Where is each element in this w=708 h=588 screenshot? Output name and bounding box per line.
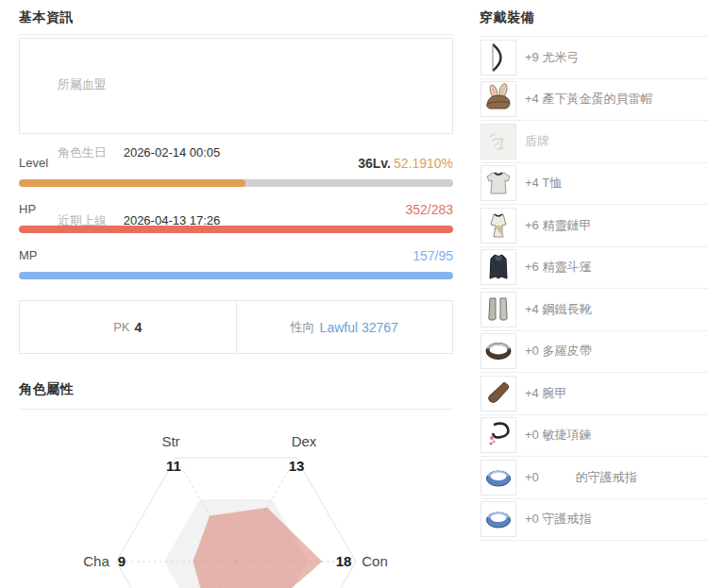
equipment-item-label: +6 精靈斗篷 [525,259,591,276]
equipment-item-label: +9 尤米弓 [525,49,579,66]
level-label: Level [19,156,48,170]
mp-value: 157/95 [413,248,453,263]
empty-shield-icon [480,124,516,160]
equipment-row-belt[interactable]: +0 多羅皮帶 [480,331,708,374]
radar-axis-str: Str [161,433,179,449]
equipment-row-tshirt[interactable]: +4 T恤 [480,163,708,206]
equipment-item-label: +0 多羅皮帶 [525,343,591,360]
equipment-row-shield-empty[interactable]: 盾牌 [480,121,708,163]
mp-bar-fill [19,272,453,279]
basic-info-title: 基本資訊 [19,9,74,26]
pk-value: 4 [135,320,143,335]
equipment-row-glove[interactable]: +4 腕甲 [480,373,708,415]
equipment-row-bow[interactable]: +9 尤米弓 [480,37,708,79]
equipment-row-guard-ring[interactable]: +0 守護戒指 [480,499,708,542]
clan-row: 所屬血盟 [37,51,452,119]
last-online-row: 近期上線2026-04-13 17:26 [37,187,452,255]
radar-value-con: 18 [336,553,352,569]
divider [19,34,453,35]
hp-label: HP [19,202,36,216]
radar-axis-dex: Dex [292,433,317,449]
pk-label: PK [113,320,129,334]
equipment-item-label: +4 鋼鐵長靴 [525,301,591,318]
level-bar [19,179,453,187]
ring-icon [480,501,516,537]
equipment-item-label: 盾牌 [525,133,549,150]
beret-icon [480,81,516,117]
radar-axis-cha: Cha [83,553,110,569]
level-value: 36Lv.52.1910% [358,156,453,171]
basic-info-panel: 基本資訊 所屬血盟 角色生日2026-02-14 00:05 近期上線2026-… [19,0,453,588]
divider [19,409,453,410]
equipment-row-boots[interactable]: +4 鋼鐵長靴 [480,289,708,331]
bow-icon [480,40,516,76]
equipment-row-guard-ring-named[interactable]: +0 的守護戒指 [480,457,708,499]
alignment-cell: 性向 Lawful 32767 [236,301,453,353]
equipment-item-label: +0 敏捷項鍊 [525,427,591,444]
chainmail-icon [480,208,516,244]
radar-value-cha: 9 [118,553,126,569]
radar-value-str: 11 [166,458,181,474]
necklace-icon [480,417,516,453]
radar-value-dex: 13 [289,458,305,474]
character-info-box: 所屬血盟 角色生日2026-02-14 00:05 近期上線2026-04-13… [19,38,453,134]
birthday-row: 角色生日2026-02-14 00:05 [37,119,452,187]
hp-bar-fill [19,226,453,233]
equipment-title: 穿戴裝備 [480,9,534,26]
mp-row: MP 157/95 [19,248,453,263]
equipment-panel: 穿戴裝備 +9 尤米弓 +4 產下黃金蛋的貝雷帽 [480,0,708,588]
level-row: Level 36Lv.52.1910% [19,156,453,171]
equipment-item-label: +6 精靈鏈甲 [525,217,591,234]
equipment-row-beret[interactable]: +4 產下黃金蛋的貝雷帽 [480,79,708,122]
mp-label: MP [19,248,38,262]
equipment-row-necklace[interactable]: +0 敏捷項鍊 [480,415,708,458]
level-bar-fill [19,179,245,187]
glove-icon [480,376,516,412]
equipment-row-chainmail[interactable]: +6 精靈鏈甲 [480,205,708,247]
pk-cell: PK 4 [20,301,236,353]
clan-label: 所屬血盟 [58,74,124,96]
level-percent: 52.1910% [394,156,453,171]
equipment-item-label: +0 守護戒指 [525,511,591,528]
tshirt-icon [480,165,516,201]
hp-row: HP 352/283 [19,202,453,217]
equipment-list: +9 尤米弓 +4 產下黃金蛋的貝雷帽 盾牌 [480,36,708,541]
boots-icon [480,292,516,328]
attributes-title: 角色屬性 [19,381,74,398]
belt-icon [480,333,516,369]
ring-icon [480,460,516,496]
equipment-item-label: +4 產下黃金蛋的貝雷帽 [525,91,652,108]
radar-axis-con: Con [362,553,388,569]
equipment-item-label: +4 腕甲 [525,385,566,402]
mp-bar [19,272,453,279]
hp-bar [19,226,453,233]
alignment-value[interactable]: Lawful 32767 [320,320,398,335]
cloak-icon [480,249,516,285]
equipment-item-label: +0 的守護戒指 [525,469,637,486]
level-current: 36Lv. [358,156,391,171]
hp-value: 352/283 [405,202,453,217]
equipment-item-label: +4 T恤 [525,175,562,192]
pk-alignment-box: PK 4 性向 Lawful 32767 [19,300,453,354]
stats-radar-chart: Str Dex 11 13 Cha 9 18 Con [19,415,453,588]
alignment-label: 性向 [291,319,315,336]
equipment-row-cloak[interactable]: +6 精靈斗篷 [480,247,708,290]
